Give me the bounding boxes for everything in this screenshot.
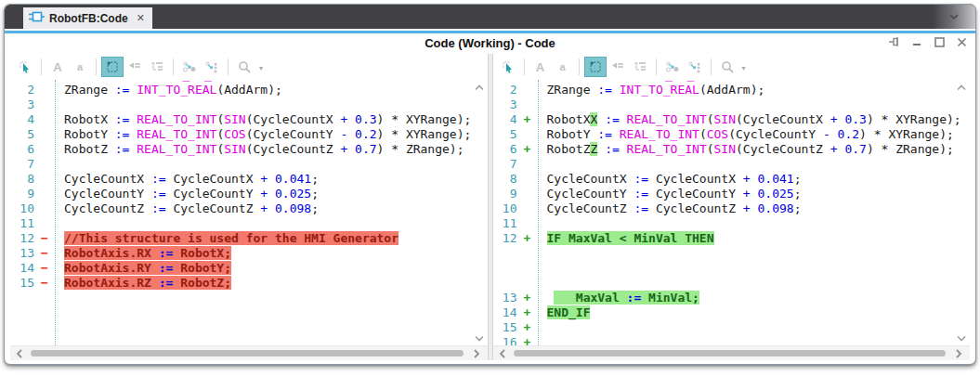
- code-text: RobotY := REAL_TO_INT(COS(CycleCountY - …: [538, 127, 971, 142]
- code-line: 3: [493, 97, 971, 112]
- tab-robotfb-code[interactable]: RobotFB:Code ✕: [23, 7, 152, 29]
- gutter-divider: [55, 80, 56, 345]
- search-icon[interactable]: [716, 57, 738, 77]
- horizontal-scrollbar[interactable]: [10, 345, 488, 360]
- code-line: 7: [493, 157, 971, 172]
- line-number: [493, 246, 517, 261]
- left-pane: A a ▾ INT_TO_REAL 2ZRan: [10, 54, 488, 360]
- removed-line-marker: −: [34, 246, 55, 261]
- compare-nodes-icon[interactable]: [178, 57, 201, 77]
- match-case-lower-icon[interactable]: a: [552, 57, 574, 77]
- select-pointer-icon[interactable]: [14, 57, 36, 77]
- line-number: [493, 261, 517, 276]
- tab-overflow-button[interactable]: [933, 5, 975, 29]
- select-pointer-icon[interactable]: [497, 57, 519, 77]
- scroll-left-icon[interactable]: [495, 346, 510, 361]
- line-marker: [517, 97, 538, 112]
- code-line: 15−RobotAxis.RZ := RobotZ;: [10, 276, 488, 291]
- code-text: //This structure is used for the HMI Gen…: [55, 231, 488, 246]
- line-marker: [517, 261, 538, 276]
- close-icon[interactable]: [955, 35, 968, 48]
- show-structure-icon[interactable]: [146, 57, 168, 77]
- scroll-up-icon[interactable]: [473, 82, 486, 93]
- code-line: 5RobotY := REAL_TO_INT(COS(CycleCountY -…: [493, 127, 971, 142]
- scroll-left-icon[interactable]: [12, 346, 27, 361]
- pin-icon[interactable]: [888, 35, 901, 48]
- compare-tree-icon[interactable]: [684, 57, 706, 77]
- code-line: [493, 276, 971, 291]
- line-number: 15: [10, 276, 34, 291]
- line-number: 6: [10, 142, 34, 157]
- show-differences-icon[interactable]: [101, 57, 124, 77]
- code-text: CycleCountX := CycleCountX + 0.041;: [55, 172, 488, 187]
- scroll-down-icon[interactable]: [955, 332, 968, 344]
- right-code-editor[interactable]: INT_TO_REAL 2ZRange := INT_TO_REAL(AddAr…: [493, 80, 971, 345]
- horizontal-scrollbar[interactable]: [493, 345, 971, 360]
- line-marker: [34, 201, 55, 216]
- ignore-whitespace-icon[interactable]: [124, 57, 146, 77]
- code-line: [493, 246, 971, 261]
- scroll-right-icon[interactable]: [951, 346, 966, 361]
- line-number: 4: [10, 112, 34, 127]
- scroll-down-icon[interactable]: [473, 332, 486, 344]
- compare-tree-icon[interactable]: [201, 57, 223, 77]
- show-differences-icon[interactable]: [584, 57, 607, 77]
- code-text: [55, 157, 488, 172]
- code-line: 2ZRange := INT_TO_REAL(AddArm);: [493, 83, 971, 97]
- code-text: CycleCountZ := CycleCountZ + 0.098;: [538, 201, 971, 216]
- compare-nodes-icon[interactable]: [661, 57, 684, 77]
- code-line: 5RobotY := REAL_TO_INT(COS(CycleCountY -…: [10, 127, 488, 142]
- horizontal-scrollbar-thumb[interactable]: [31, 350, 464, 357]
- tab-label: RobotFB:Code: [49, 12, 128, 25]
- code-text: CycleCountZ := CycleCountZ + 0.098;: [55, 201, 488, 216]
- search-icon[interactable]: [233, 57, 255, 77]
- line-number: 16: [493, 335, 517, 345]
- code-line: 6RobotZ := REAL_TO_INT(SIN(CycleCountZ +…: [10, 142, 488, 157]
- tab-close-icon[interactable]: ✕: [137, 13, 145, 23]
- code-text: [55, 97, 488, 112]
- line-number: 5: [493, 127, 517, 142]
- line-number: 12: [493, 231, 517, 246]
- match-case-lower-icon[interactable]: a: [69, 57, 91, 77]
- dropdown-chevron-icon[interactable]: ▾: [255, 59, 267, 80]
- code-line: 9CycleCountY := CycleCountY + 0.025;: [493, 187, 971, 201]
- scroll-up-icon[interactable]: [955, 82, 968, 93]
- code-line: [493, 261, 971, 276]
- line-marker: [517, 187, 538, 201]
- match-case-upper-icon[interactable]: A: [529, 57, 552, 77]
- code-text: RobotXX := REAL_TO_INT(SIN(CycleCountX +…: [538, 112, 971, 127]
- ignore-whitespace-icon[interactable]: [607, 57, 629, 77]
- toolbar-separator: [41, 58, 42, 75]
- horizontal-scrollbar-thumb[interactable]: [514, 350, 947, 357]
- scroll-right-icon[interactable]: [469, 346, 484, 361]
- code-line: 10CycleCountZ := CycleCountZ + 0.098;: [493, 201, 971, 216]
- code-line: 9CycleCountY := CycleCountY + 0.025;: [10, 187, 488, 201]
- code-line: 11: [10, 216, 488, 231]
- maximize-icon[interactable]: [933, 35, 946, 48]
- line-number: 8: [10, 172, 34, 187]
- code-line: 13−RobotAxis.RX := RobotX;: [10, 246, 488, 261]
- line-number: 2: [493, 83, 517, 97]
- show-structure-icon[interactable]: [629, 57, 651, 77]
- toolbar-separator: [711, 58, 712, 75]
- line-marker: [34, 83, 55, 97]
- code-text: [538, 97, 971, 112]
- line-marker: [34, 127, 55, 142]
- left-code-editor[interactable]: INT_TO_REAL 2ZRange := INT_TO_REAL(AddAr…: [10, 80, 488, 345]
- line-number: 11: [493, 216, 517, 231]
- code-line: 10CycleCountZ := CycleCountZ + 0.098;: [10, 201, 488, 216]
- code-line: 4+RobotXX := REAL_TO_INT(SIN(CycleCountX…: [493, 112, 971, 127]
- line-number: 11: [10, 216, 34, 231]
- code-text: CycleCountX := CycleCountX + 0.041;: [538, 172, 971, 187]
- toolbar-separator: [228, 58, 229, 75]
- clipped-previous-line: INT_TO_REAL: [644, 80, 724, 83]
- line-number: 9: [10, 187, 34, 201]
- code-text: IF MaxVal < MinVal THEN: [538, 231, 971, 246]
- line-marker: [34, 97, 55, 112]
- added-line-marker: +: [517, 305, 538, 320]
- dropdown-chevron-icon[interactable]: ▾: [738, 59, 750, 80]
- match-case-upper-icon[interactable]: A: [46, 57, 69, 77]
- code-text: RobotY := REAL_TO_INT(COS(CycleCountY - …: [55, 127, 488, 142]
- minimize-icon[interactable]: [910, 35, 923, 48]
- code-line: 2ZRange := INT_TO_REAL(AddArm);: [10, 83, 488, 97]
